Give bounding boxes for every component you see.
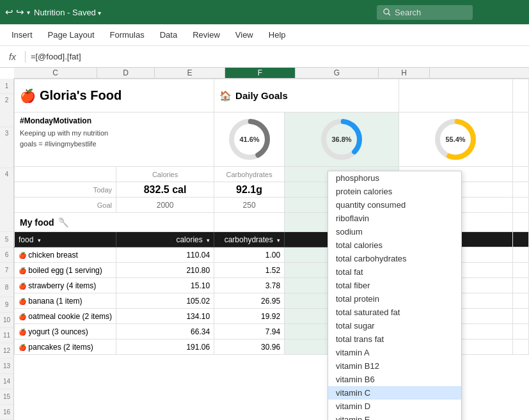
dropdown-item[interactable]: total protein bbox=[328, 292, 461, 306]
chart-carbs-cell: 36.8% bbox=[285, 113, 399, 167]
food-col-header[interactable]: food ▾ bbox=[15, 232, 116, 247]
empty-e6 bbox=[214, 213, 285, 232]
dropdown-item[interactable]: total carbohydrates bbox=[328, 252, 461, 265]
dropdown-item[interactable]: total sugar bbox=[328, 319, 461, 332]
sheet-content: 🍎 Gloria's Food 🏠 Daily Goals bbox=[14, 79, 529, 420]
donut-fat-label: 55.4% bbox=[446, 136, 466, 143]
empty-h11 bbox=[513, 293, 529, 309]
quick-access-dropdown[interactable]: ▾ bbox=[27, 9, 30, 16]
daily-goals-icon: 🏠 bbox=[219, 90, 232, 102]
carbs-dropdown-btn[interactable]: ▾ bbox=[277, 237, 280, 244]
svg-line-1 bbox=[388, 13, 390, 15]
dropdown-item[interactable]: total saturated fat bbox=[328, 306, 461, 319]
menu-item-page-layout[interactable]: Page Layout bbox=[42, 27, 101, 42]
food-carbs-1: 1.52 bbox=[214, 263, 285, 278]
food-name-1[interactable]: 🍎 boiled egg (1 serving) bbox=[15, 263, 116, 278]
food-carbs-3: 26.95 bbox=[214, 293, 285, 309]
title-bar: ↩ ↪ ▾ Nutrition - Saved ▾ Search bbox=[0, 0, 529, 24]
dropdown-item[interactable]: total fat bbox=[328, 265, 461, 279]
my-food-label: My food 🥄 bbox=[20, 217, 209, 228]
food-name-6[interactable]: 🍎 pancakes (2 items) bbox=[15, 339, 116, 355]
chart-calories: 41.6% bbox=[218, 114, 280, 165]
goal-carbs: 250 bbox=[214, 198, 285, 213]
empty-h5 bbox=[513, 198, 529, 213]
dropdown-item[interactable]: riboflavin bbox=[328, 212, 461, 225]
donut-calories-label: 41.6% bbox=[239, 136, 259, 143]
calories-dropdown-btn[interactable]: ▾ bbox=[207, 237, 210, 244]
food-cal-4: 134.10 bbox=[116, 309, 214, 324]
food-name-4[interactable]: 🍎 oatmeal cookie (2 items) bbox=[15, 309, 116, 324]
dropdown-item[interactable]: total trans fat bbox=[328, 332, 461, 346]
my-food-cell: My food 🥄 bbox=[15, 213, 214, 232]
food-name-3[interactable]: 🍎 banana (1 item) bbox=[15, 293, 116, 309]
row-num-5: 5 bbox=[0, 232, 13, 247]
food-name-2[interactable]: 🍎 strawberry (4 items) bbox=[15, 278, 116, 293]
empty-h2 bbox=[513, 113, 529, 167]
col-header-e[interactable]: E bbox=[155, 68, 225, 78]
gloria-food-cell[interactable]: 🍎 Gloria's Food bbox=[15, 79, 214, 113]
food-name-0[interactable]: 🍎 chicken breast bbox=[15, 247, 116, 263]
row-num-8: 8 bbox=[0, 278, 13, 297]
formula-bar: fx =[@food].[fat] bbox=[0, 46, 529, 68]
dropdown-item[interactable]: vitamin E bbox=[328, 413, 461, 420]
menu-item-review[interactable]: Review bbox=[186, 27, 226, 42]
dropdown-item[interactable]: sodium bbox=[328, 225, 461, 238]
calories-col-header[interactable]: calories ▾ bbox=[116, 232, 214, 247]
row-1: 🍎 Gloria's Food 🏠 Daily Goals bbox=[15, 79, 529, 113]
svg-point-0 bbox=[384, 9, 389, 14]
title-text: Nutrition - Saved ▾ bbox=[34, 8, 101, 17]
carbs-col-header[interactable]: carbohydrates ▾ bbox=[214, 232, 285, 247]
col-header-f[interactable]: F bbox=[225, 68, 296, 78]
search-bar[interactable]: Search bbox=[377, 5, 473, 20]
row-num-7: 7 bbox=[0, 263, 13, 278]
empty-h13 bbox=[513, 324, 529, 339]
dropdown-item[interactable]: vitamin B12 bbox=[328, 359, 461, 373]
dropdown-item[interactable]: quantity consumed bbox=[328, 198, 461, 212]
today-calories: 832.5 cal bbox=[116, 182, 214, 198]
redo-icon[interactable]: ↪ bbox=[16, 6, 24, 18]
dropdown-item[interactable]: vitamin C bbox=[328, 386, 461, 400]
row-num-4: 4 bbox=[0, 168, 13, 232]
food-cal-2: 15.10 bbox=[116, 278, 214, 293]
row-num-14: 14 bbox=[0, 374, 13, 389]
dropdown-item[interactable]: phosphorus bbox=[328, 171, 461, 185]
undo-icon[interactable]: ↩ bbox=[5, 6, 13, 18]
col-header-h[interactable]: H bbox=[379, 68, 430, 78]
daily-goals-cell[interactable]: 🏠 Daily Goals bbox=[214, 79, 399, 113]
food-cal-3: 105.02 bbox=[116, 293, 214, 309]
dropdown-item[interactable]: vitamin D bbox=[328, 400, 461, 413]
dropdown-item[interactable]: vitamin B6 bbox=[328, 373, 461, 386]
donut-carbs-label: 36.8% bbox=[331, 136, 351, 143]
menu-item-view[interactable]: View bbox=[229, 27, 260, 42]
donut-carbs-svg: 36.8% bbox=[319, 116, 365, 162]
food-dropdown-btn[interactable]: ▾ bbox=[38, 237, 41, 244]
menu-item-help[interactable]: Help bbox=[262, 27, 292, 42]
col-header-d[interactable]: D bbox=[97, 68, 155, 78]
food-name-5[interactable]: 🍎 yogurt (3 ounces) bbox=[15, 324, 116, 339]
chart-carbs: 36.8% bbox=[288, 114, 394, 165]
menu-item-data[interactable]: Data bbox=[154, 27, 184, 42]
menu-item-insert[interactable]: Insert bbox=[5, 27, 39, 42]
spreadsheet: C D E F G H 1 2 3 4 5 6 7 8 9 10 11 12 1… bbox=[0, 68, 529, 420]
col-header-c[interactable]: C bbox=[14, 68, 97, 78]
dropdown-item[interactable]: total fiber bbox=[328, 279, 461, 292]
donut-fat-svg: 55.4% bbox=[432, 116, 478, 162]
menu-bar: Insert Page Layout Formulas Data Review … bbox=[0, 24, 529, 46]
empty-h6 bbox=[513, 213, 529, 232]
dropdown-item[interactable]: total calories bbox=[328, 238, 461, 252]
formula-input[interactable]: =[@food].[fat] bbox=[31, 52, 524, 61]
search-icon bbox=[383, 8, 391, 16]
food-carbs-0: 1.00 bbox=[214, 247, 285, 263]
empty-h10 bbox=[513, 278, 529, 293]
row-num-13: 13 bbox=[0, 359, 13, 374]
dropdown-item[interactable]: vitamin A bbox=[328, 346, 461, 359]
menu-item-formulas[interactable]: Formulas bbox=[104, 27, 151, 42]
empty-h1 bbox=[513, 79, 529, 113]
autocomplete-dropdown[interactable]: phosphorusprotein caloriesquantity consu… bbox=[328, 171, 462, 420]
col-header-g[interactable]: G bbox=[296, 68, 379, 78]
row-numbers: 1 2 3 4 5 6 7 8 9 10 11 12 13 14 15 16 bbox=[0, 79, 14, 420]
row-num-11: 11 bbox=[0, 328, 13, 343]
dropdown-item[interactable]: protein calories bbox=[328, 185, 461, 198]
today-label: Today bbox=[15, 182, 116, 198]
chart-fat-cell: 55.4% bbox=[399, 113, 512, 167]
